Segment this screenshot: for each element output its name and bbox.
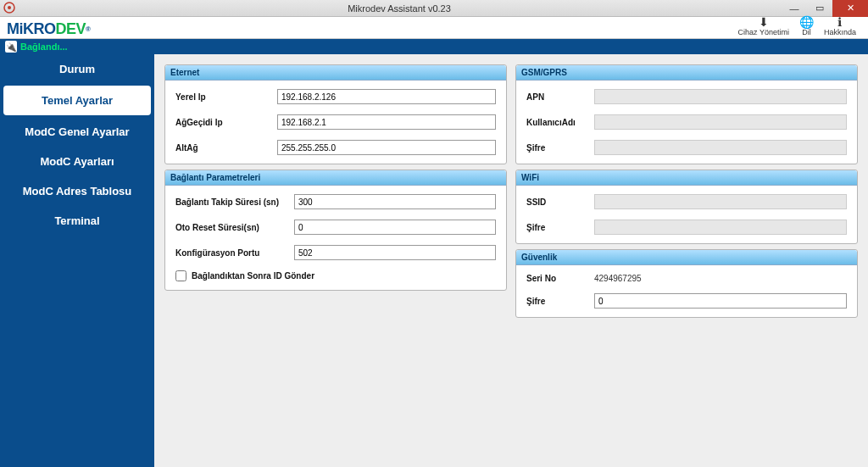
gsm-user-input[interactable] bbox=[594, 114, 847, 130]
sidebar: Durum Temel Ayarlar ModC Genel Ayarlar M… bbox=[0, 54, 154, 467]
logo-reg: ® bbox=[86, 25, 90, 33]
status-strip: 🔌 Bağlandı... bbox=[0, 39, 868, 54]
about-label: Hakkında bbox=[824, 28, 856, 36]
connection-params-title: Bağlantı Parametreleri bbox=[165, 170, 506, 186]
security-pass-label: Şifre bbox=[526, 297, 594, 306]
about-button[interactable]: ℹ Hakkında bbox=[819, 16, 861, 38]
wifi-title: WiFi bbox=[516, 170, 857, 186]
svg-point-1 bbox=[8, 6, 11, 9]
logo-part1: MiKRO bbox=[7, 20, 56, 38]
gsm-pass-input[interactable] bbox=[594, 140, 847, 155]
gsm-pass-label: Şifre bbox=[526, 143, 594, 153]
send-id-label: Bağlandıktan Sonra ID Gönder bbox=[192, 271, 314, 281]
apn-label: APN bbox=[526, 92, 594, 102]
auto-reset-input[interactable] bbox=[294, 220, 496, 235]
maximize-button[interactable]: ▭ bbox=[807, 0, 832, 17]
left-column: Eternet Yerel Ip AğGeçidi Ip AltAğ bbox=[164, 64, 507, 318]
ssid-label: SSID bbox=[526, 197, 594, 207]
content: Eternet Yerel Ip AğGeçidi Ip AltAğ bbox=[154, 54, 868, 467]
security-panel: Güvenlik Seri No 4294967295 Şifre bbox=[515, 249, 858, 318]
auto-reset-label: Oto Reset Süresi(sn) bbox=[175, 223, 294, 232]
right-column: GSM/GPRS APN KullanıcıAdı Şifre bbox=[515, 64, 858, 318]
ethernet-panel: Eternet Yerel Ip AğGeçidi Ip AltAğ bbox=[164, 64, 507, 164]
logo-part2: DEV bbox=[56, 20, 86, 38]
window-controls: — ▭ ✕ bbox=[782, 0, 868, 17]
nav-durum[interactable]: Durum bbox=[0, 54, 154, 84]
subnet-input[interactable] bbox=[277, 140, 496, 155]
subnet-label: AltAğ bbox=[175, 143, 277, 153]
app-icon bbox=[3, 2, 17, 15]
security-title: Güvenlik bbox=[516, 250, 857, 265]
window-title: Mikrodev Assistant v0.23 bbox=[17, 3, 782, 14]
connection-icon: 🔌 bbox=[5, 41, 17, 53]
nav-modc-genel-ayarlar[interactable]: ModC Genel Ayarlar bbox=[0, 117, 154, 147]
info-icon: ℹ bbox=[837, 16, 842, 28]
device-management-label: Cihaz Yönetimi bbox=[738, 28, 789, 36]
gsm-title: GSM/GPRS bbox=[516, 65, 857, 81]
close-button[interactable]: ✕ bbox=[832, 0, 868, 17]
language-button[interactable]: 🌐 Dil bbox=[794, 16, 819, 38]
local-ip-label: Yerel Ip bbox=[175, 92, 277, 102]
header: MiKRODEV® ⬇ Cihaz Yönetimi 🌐 Dil ℹ Hakkı… bbox=[0, 17, 868, 39]
track-duration-label: Bağlantı Takip Süresi (sn) bbox=[175, 197, 294, 207]
serial-label: Seri No bbox=[526, 274, 594, 283]
gsm-panel: GSM/GPRS APN KullanıcıAdı Şifre bbox=[515, 64, 858, 164]
status-text: Bağlandı... bbox=[20, 42, 68, 52]
ethernet-title: Eternet bbox=[165, 65, 506, 81]
wifi-pass-input[interactable] bbox=[594, 220, 847, 235]
nav-modc-ayarlari[interactable]: ModC Ayarları bbox=[0, 147, 154, 176]
wifi-pass-label: Şifre bbox=[526, 223, 594, 232]
logo: MiKRODEV® bbox=[7, 20, 90, 38]
serial-value: 4294967295 bbox=[594, 274, 847, 283]
ssid-input[interactable] bbox=[594, 194, 847, 209]
globe-icon: 🌐 bbox=[799, 16, 814, 28]
security-pass-input[interactable] bbox=[594, 293, 847, 309]
titlebar: Mikrodev Assistant v0.23 — ▭ ✕ bbox=[0, 0, 868, 17]
gateway-input[interactable] bbox=[277, 114, 496, 130]
config-port-input[interactable] bbox=[294, 245, 496, 260]
gateway-label: AğGeçidi Ip bbox=[175, 118, 277, 127]
minimize-button[interactable]: — bbox=[782, 0, 807, 17]
gsm-user-label: KullanıcıAdı bbox=[526, 118, 594, 127]
local-ip-input[interactable] bbox=[277, 89, 496, 104]
wifi-panel: WiFi SSID Şifre bbox=[515, 170, 858, 244]
nav-modc-adres-tablosu[interactable]: ModC Adres Tablosu bbox=[0, 176, 154, 206]
download-icon: ⬇ bbox=[759, 16, 769, 28]
config-port-label: Konfigürasyon Portu bbox=[175, 248, 294, 258]
send-id-checkbox[interactable] bbox=[175, 270, 186, 281]
apn-input[interactable] bbox=[594, 89, 847, 104]
main: Durum Temel Ayarlar ModC Genel Ayarlar M… bbox=[0, 54, 868, 467]
track-duration-input[interactable] bbox=[294, 194, 496, 209]
nav-terminal[interactable]: Terminal bbox=[0, 206, 154, 236]
language-label: Dil bbox=[802, 28, 811, 36]
connection-params-panel: Bağlantı Parametreleri Bağlantı Takip Sü… bbox=[164, 170, 507, 291]
device-management-button[interactable]: ⬇ Cihaz Yönetimi bbox=[733, 16, 794, 38]
nav-temel-ayarlar[interactable]: Temel Ayarlar bbox=[3, 86, 151, 115]
